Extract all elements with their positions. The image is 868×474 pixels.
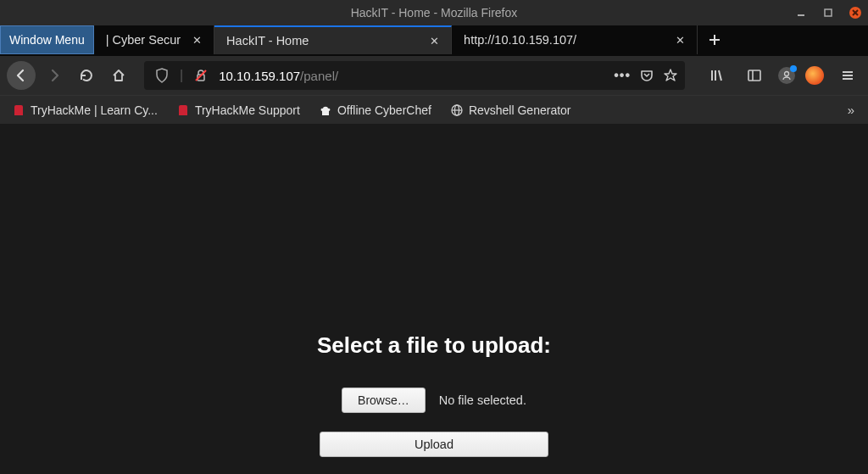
page-content: Select a file to upload: Browse… No file…	[0, 124, 868, 474]
window-titlebar: HackIT - Home - Mozilla Firefox	[0, 0, 868, 25]
new-tab-button[interactable]	[698, 25, 732, 54]
forward-button[interactable]	[41, 62, 68, 89]
tab-strip: Window Menu | Cyber Secur ✕ HackIT - Hom…	[0, 25, 868, 56]
reload-button[interactable]	[73, 62, 100, 89]
window-minimize-button[interactable]	[795, 7, 807, 19]
tab-hackit-home[interactable]: HackIT - Home ✕	[214, 25, 452, 54]
bookmark-tryhackme-support[interactable]: TryHackMe Support	[170, 100, 307, 120]
bookmarks-bar: TryHackMe | Learn Cy... TryHackMe Suppor…	[0, 95, 868, 124]
window-title: HackIT - Home - Mozilla Firefox	[351, 6, 518, 20]
window-close-button[interactable]	[849, 7, 861, 19]
tab-title: http://10.10.159.107/	[464, 33, 576, 47]
url-text: 10.10.159.107/panel/	[219, 69, 607, 83]
tab-cyber-security[interactable]: | Cyber Secur ✕	[94, 25, 214, 54]
url-path: /panel/	[300, 69, 338, 83]
library-icon[interactable]	[704, 62, 731, 89]
tab-title: | Cyber Secur	[106, 33, 181, 47]
globe-icon	[450, 103, 464, 117]
url-bar[interactable]: | 10.10.159.107/panel/ •••	[144, 61, 685, 90]
bookmarks-overflow-button[interactable]: »	[839, 99, 863, 120]
account-icon[interactable]	[778, 67, 795, 84]
bookmark-label: Offline CyberChef	[337, 103, 431, 117]
svg-rect-1	[825, 9, 832, 16]
url-host: 10.10.159.107	[219, 69, 300, 83]
bookmark-label: Revshell Generator	[469, 103, 571, 117]
close-icon[interactable]: ✕	[426, 33, 442, 49]
svg-rect-11	[748, 70, 760, 81]
close-icon[interactable]: ✕	[672, 32, 688, 48]
tryhackme-icon	[176, 103, 190, 117]
url-actions: •••	[614, 68, 678, 83]
chef-hat-icon	[319, 103, 332, 117]
bookmark-star-icon[interactable]	[663, 68, 678, 83]
tab-ip-address[interactable]: http://10.10.159.107/ ✕	[452, 25, 698, 54]
bookmark-tryhackme-learn[interactable]: TryHackMe | Learn Cy...	[5, 100, 164, 120]
bookmark-label: TryHackMe Support	[195, 103, 300, 117]
insecure-lock-icon[interactable]	[190, 64, 212, 86]
app-menu-button[interactable]	[834, 62, 861, 89]
navigation-toolbar: | 10.10.159.107/panel/ •••	[0, 56, 868, 95]
back-button[interactable]	[7, 61, 36, 90]
svg-line-10	[719, 70, 721, 81]
upload-heading: Select a file to upload:	[317, 332, 551, 359]
bookmark-label: TryHackMe | Learn Cy...	[31, 103, 158, 117]
window-menu-button[interactable]: Window Menu	[0, 25, 94, 54]
home-button[interactable]	[105, 62, 132, 89]
svg-point-13	[785, 72, 789, 76]
file-status-text: No file selected.	[439, 393, 526, 407]
toolbar-right-icons	[697, 62, 861, 89]
window-controls	[795, 7, 861, 19]
tryhackme-icon	[12, 103, 25, 117]
file-input-row: Browse… No file selected.	[342, 388, 526, 413]
close-icon[interactable]: ✕	[189, 32, 205, 48]
firefox-icon[interactable]	[805, 66, 824, 85]
tracking-shield-icon[interactable]	[151, 64, 173, 86]
sidebar-icon[interactable]	[741, 62, 768, 89]
bookmark-cyberchef[interactable]: Offline CyberChef	[312, 100, 438, 120]
tab-title: HackIT - Home	[226, 34, 309, 47]
browse-button[interactable]: Browse…	[342, 388, 426, 413]
upload-button[interactable]: Upload	[320, 432, 548, 457]
window-menu-label: Window Menu	[9, 33, 85, 47]
bookmark-revshell[interactable]: Revshell Generator	[443, 100, 578, 120]
window-maximize-button[interactable]	[822, 7, 834, 19]
pocket-icon[interactable]	[639, 68, 654, 83]
page-actions-button[interactable]: •••	[614, 68, 631, 83]
